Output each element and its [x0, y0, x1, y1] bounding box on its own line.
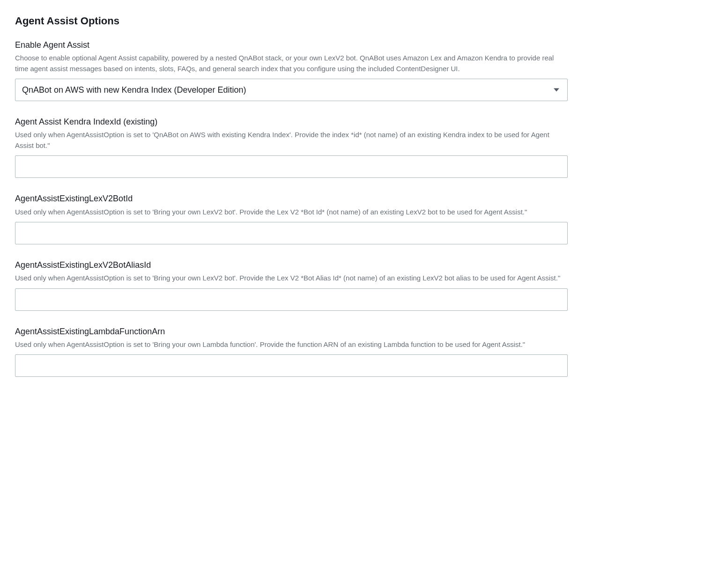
field-enable-agent-assist: Enable Agent Assist Choose to enable opt…	[15, 39, 568, 101]
section-title: Agent Assist Options	[15, 15, 568, 27]
enable-agent-assist-description: Choose to enable optional Agent Assist c…	[15, 53, 568, 74]
field-kendra-index-id: Agent Assist Kendra IndexId (existing) U…	[15, 116, 568, 178]
lexv2-bot-alias-id-label: AgentAssistExistingLexV2BotAliasId	[15, 259, 568, 271]
lexv2-bot-alias-id-input[interactable]	[15, 288, 568, 311]
lambda-function-arn-description: Used only when AgentAssistOption is set …	[15, 339, 568, 350]
lambda-function-arn-label: AgentAssistExistingLambdaFunctionArn	[15, 326, 568, 338]
caret-down-icon	[553, 85, 560, 95]
enable-agent-assist-select-value: QnABot on AWS with new Kendra Index (Dev…	[22, 85, 246, 95]
enable-agent-assist-label: Enable Agent Assist	[15, 39, 568, 51]
field-lexv2-bot-alias-id: AgentAssistExistingLexV2BotAliasId Used …	[15, 259, 568, 311]
lambda-function-arn-input[interactable]	[15, 354, 568, 377]
lexv2-bot-id-description: Used only when AgentAssistOption is set …	[15, 207, 568, 218]
field-lambda-function-arn: AgentAssistExistingLambdaFunctionArn Use…	[15, 326, 568, 377]
kendra-index-id-description: Used only when AgentAssistOption is set …	[15, 130, 568, 151]
lexv2-bot-id-label: AgentAssistExistingLexV2BotId	[15, 193, 568, 205]
enable-agent-assist-select[interactable]: QnABot on AWS with new Kendra Index (Dev…	[15, 79, 568, 101]
lexv2-bot-id-input[interactable]	[15, 222, 568, 244]
lexv2-bot-alias-id-description: Used only when AgentAssistOption is set …	[15, 273, 568, 284]
field-lexv2-bot-id: AgentAssistExistingLexV2BotId Used only …	[15, 193, 568, 244]
kendra-index-id-input[interactable]	[15, 155, 568, 178]
kendra-index-id-label: Agent Assist Kendra IndexId (existing)	[15, 116, 568, 128]
